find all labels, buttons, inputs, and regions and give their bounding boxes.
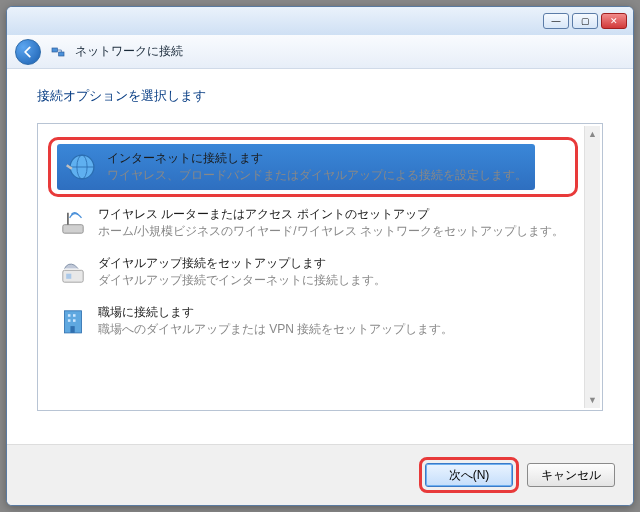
- window-system-buttons: — ▢ ✕: [543, 13, 627, 29]
- option-desc: ホーム/小規模ビジネスのワイヤード/ワイヤレス ネットワークをセットアップします…: [98, 223, 570, 240]
- svg-rect-7: [63, 270, 83, 282]
- back-button[interactable]: [15, 39, 41, 65]
- dialog-footer: 次へ(N) キャンセル: [7, 444, 633, 505]
- phone-modem-icon: [56, 255, 90, 289]
- option-desc: ワイヤレス、ブロードバンドまたはダイヤルアップによる接続を設定します。: [107, 167, 527, 184]
- option-workplace[interactable]: 職場に接続します 職場へのダイヤルアップまたは VPN 接続をセットアップします…: [48, 298, 578, 344]
- option-internet-highlight-frame: インターネットに接続します ワイヤレス、ブロードバンドまたはダイヤルアップによる…: [48, 137, 578, 197]
- option-text: インターネットに接続します ワイヤレス、ブロードバンドまたはダイヤルアップによる…: [107, 150, 527, 184]
- option-desc: 職場へのダイヤルアップまたは VPN 接続をセットアップします。: [98, 321, 570, 338]
- option-title: ダイヤルアップ接続をセットアップします: [98, 255, 570, 272]
- page-heading: 接続オプションを選択します: [37, 87, 603, 105]
- cancel-button-label: キャンセル: [541, 468, 601, 482]
- option-title: 職場に接続します: [98, 304, 570, 321]
- scrollbar[interactable]: ▲ ▼: [584, 126, 600, 408]
- building-icon: [56, 304, 90, 338]
- window-title: ネットワークに接続: [75, 43, 183, 60]
- network-icon: [49, 43, 67, 61]
- option-title: インターネットに接続します: [107, 150, 527, 167]
- svg-rect-14: [70, 326, 74, 333]
- svg-rect-0: [52, 48, 57, 52]
- cancel-button[interactable]: キャンセル: [527, 463, 615, 487]
- option-dialup[interactable]: ダイヤルアップ接続をセットアップします ダイヤルアップ接続でインターネットに接続…: [48, 249, 578, 295]
- option-text: 職場に接続します 職場へのダイヤルアップまたは VPN 接続をセットアップします…: [98, 304, 570, 338]
- globe-icon: [65, 150, 99, 184]
- titlebar: — ▢ ✕: [7, 7, 633, 35]
- scroll-down-icon: ▼: [585, 392, 600, 408]
- option-desc: ダイヤルアップ接続でインターネットに接続します。: [98, 272, 570, 289]
- minimize-button[interactable]: —: [543, 13, 569, 29]
- option-text: ダイヤルアップ接続をセットアップします ダイヤルアップ接続でインターネットに接続…: [98, 255, 570, 289]
- option-wireless-router[interactable]: ワイヤレス ルーターまたはアクセス ポイントのセットアップ ホーム/小規模ビジネ…: [48, 200, 578, 246]
- svg-rect-11: [73, 314, 76, 317]
- svg-rect-5: [63, 225, 83, 234]
- close-button[interactable]: ✕: [601, 13, 627, 29]
- content-area: 接続オプションを選択します インターネットに接続します ワイヤレス、ブロードバン…: [7, 69, 633, 444]
- svg-rect-1: [59, 52, 64, 56]
- dialog-window: — ▢ ✕ ネットワークに接続 接続オプションを選択します インターネットに接続…: [6, 6, 634, 506]
- router-icon: [56, 206, 90, 240]
- svg-rect-8: [66, 274, 71, 279]
- header-bar: ネットワークに接続: [7, 35, 633, 69]
- next-button[interactable]: 次へ(N): [425, 463, 513, 487]
- option-text: ワイヤレス ルーターまたはアクセス ポイントのセットアップ ホーム/小規模ビジネ…: [98, 206, 570, 240]
- option-internet[interactable]: インターネットに接続します ワイヤレス、ブロードバンドまたはダイヤルアップによる…: [57, 144, 535, 190]
- maximize-button[interactable]: ▢: [572, 13, 598, 29]
- option-title: ワイヤレス ルーターまたはアクセス ポイントのセットアップ: [98, 206, 570, 223]
- svg-rect-13: [73, 319, 76, 322]
- connection-options-list: インターネットに接続します ワイヤレス、ブロードバンドまたはダイヤルアップによる…: [37, 123, 603, 411]
- next-button-highlight-frame: 次へ(N): [419, 457, 519, 493]
- next-button-label: 次へ(N): [449, 468, 490, 482]
- svg-rect-12: [68, 319, 71, 322]
- arrow-left-icon: [21, 45, 35, 59]
- scroll-up-icon: ▲: [585, 126, 600, 142]
- svg-rect-10: [68, 314, 71, 317]
